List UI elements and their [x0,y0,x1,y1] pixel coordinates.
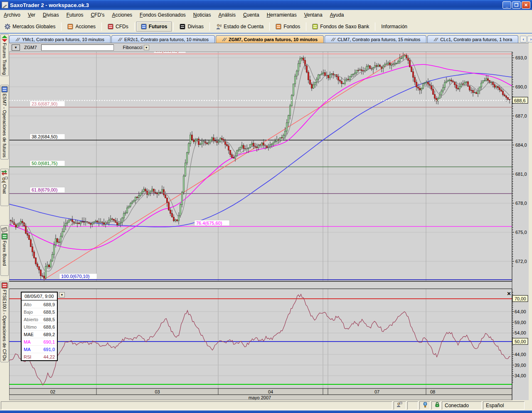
svg-text:34,00: 34,00 [515,373,526,378]
menu-ventana[interactable]: Ventana [300,11,326,19]
menu-fondos-gestionados[interactable]: Fondos Gestionados [136,11,190,19]
window-controls: _❐✕ [502,1,532,9]
toolbar-cfds[interactable]: CFDs [103,22,133,32]
info-label: RSI [24,354,31,359]
svg-text:07: 07 [374,389,379,394]
status-connection: Conectado [442,401,482,410]
window-frame-bottom [0,411,532,413]
svg-text:690,0: 690,0 [515,84,527,89]
status-main-cell [1,401,392,410]
info-row-alto: Alto688,9 [22,300,57,308]
menu-archivo[interactable]: Archivo [0,11,24,19]
toolbar-informaci-n[interactable]: Información [377,22,411,32]
sidebar-item-chat[interactable]: Chat [0,169,9,206]
toolbar-label: Futuros [149,24,167,30]
svg-text:100.0(670,10): 100.0(670,10) [61,274,90,279]
status-chat-cell[interactable] [394,401,406,410]
tab-ymc1[interactable]: YMc1, Contrato para futuros, 10 minutos [9,35,111,43]
toolbar-separator [209,22,210,31]
sidebar-item-forex-board[interactable]: Forex Board [0,225,9,276]
sidebar-label: Forex Board [2,241,7,266]
toolbar-futuros[interactable]: Futuros [136,22,172,32]
gear-icon [5,24,10,30]
toolbar-label: Mercados Globales [12,24,55,30]
tab-clm7[interactable]: CLM7, Contrato para futuros, 15 minutos [325,35,426,43]
svg-text:54,00: 54,00 [515,330,526,335]
sidebar-item-futures-trading[interactable]: Futures Trading [0,34,9,76]
up-down-arrows-icon [1,35,8,42]
tab-scroll-left-button[interactable]: ‹ [520,36,527,42]
drawing-tool-dropdown-button[interactable]: ▼ [144,45,149,50]
forex-board-icon [1,233,8,240]
info-row-abierto: Abierto688,5 [22,315,57,323]
minimize-button[interactable]: _ [502,1,511,9]
info-value: 688,5 [43,317,55,322]
svg-text:70,00: 70,00 [515,296,526,301]
status-network-cell[interactable] [419,401,430,410]
restore-button[interactable]: ❐ [512,1,521,9]
sidebar-label: Chat [2,184,7,194]
menu-ayuda[interactable]: Ayuda [326,11,348,19]
svg-text:688,6: 688,6 [514,98,526,103]
info-panel-dropdown-button[interactable]: ▼ [59,292,65,297]
info-row-ultimo: Ultimo688,6 [22,323,57,330]
info-label: Abierto [24,317,38,322]
card-icon [1,226,8,233]
symbol-dropdown-button[interactable]: ▼ [12,44,20,51]
chart-pen-icon [222,37,227,42]
title-bar[interactable]: SaxoTrader 2 - workspace.ok.3 _❐✕ [0,0,532,10]
toolbar-acciones[interactable]: Acciones [63,22,100,32]
document-tabstrip: YMc1, Contrato para futuros, 10 minutosE… [9,35,532,43]
status-network-icon [422,402,428,409]
tab-scroll-right-button[interactable]: › [527,36,532,42]
toolbar-fondos-de-saxo-bank[interactable]: Fondos de Saxo Bank [308,22,373,32]
menu-ver[interactable]: Ver [24,11,39,19]
tab-label: ER2c1, Contrato para futuros, 10 minutos [124,37,209,42]
menu-herramientas[interactable]: Herramientas [263,11,300,19]
tab-zgm7[interactable]: ZGM7, Contrato para futuros, 10 minutos [216,35,324,43]
menu-cfd-s[interactable]: CFD's [87,11,108,19]
toolbar-fondos[interactable]: Fondos [271,22,304,32]
ohlc-info-panel: 08/05/07, 9:00 Alto688,9Bajo688,5Abierto… [21,292,58,361]
info-value: 688,6 [43,324,55,329]
svg-text:38.2(684,50): 38.2(684,50) [32,134,57,139]
sidebar-label: FTSE100.I - Operaciones de CFDs [2,290,7,361]
info-row-ma: MA690,1 [22,338,57,345]
info-label: MA [24,347,31,352]
menu-acciones[interactable]: Acciones [108,11,136,19]
menu-divisas[interactable]: Divisas [39,11,63,19]
tab-label: CLM7, Contrato para futuros, 15 minutos [337,37,420,42]
menu-an-lisis[interactable]: Análisis [215,11,239,19]
info-value: 688,5 [43,310,55,315]
menu-bar: ArchivoVerDivisasFuturosCFD'sAccionesFon… [0,10,532,20]
tab-er2c1[interactable]: ER2c1, Contrato para futuros, 10 minutos [111,35,215,43]
rsi-pane-close-icon[interactable]: ✕ [506,291,512,297]
toolbar-estado-de-cuenta[interactable]: @Estado de Cuenta [212,22,268,32]
tab-clc1[interactable]: CLc1, Contrato para futuros, 1 hora [427,35,518,43]
swap-arrows-icon [1,170,8,177]
svg-text:39,00: 39,00 [515,363,526,368]
window-title: SaxoTrader 2 - workspace.ok.3 [10,2,89,8]
toolbar-mercados-globales[interactable]: Mercados Globales [0,22,59,32]
sidebar-item-ftse100-i-operaciones-de[interactable]: FTSE100.I - Operaciones de CFDs [0,281,9,362]
status-lock-cell[interactable] [431,401,441,410]
menu-futuros[interactable]: Futuros [63,11,87,19]
sidebar-item-esm7-operaciones-de-futu[interactable]: ESM7 - Operaciones de futuros [0,85,9,160]
toolbar-divisas[interactable]: Divisas [175,22,208,32]
toolbar-label: Acciones [75,24,96,30]
chart-pen-icon [118,37,123,42]
svg-text:@: @ [219,24,222,27]
info-label: Ultimo [24,324,37,329]
toolbar-separator [173,22,174,31]
menu-noticias[interactable]: Noticias [190,11,215,19]
price-chart[interactable]: 0.0(693,40)23.6(687,90)38.2(684,50)50.0(… [9,52,529,400]
info-row-rsi: RSI44,22 [22,353,57,360]
symbol-search-input[interactable] [41,44,114,51]
close-button[interactable]: ✕ [522,1,530,9]
toolbar-label: CFDs [116,24,128,30]
sidebar-label: Futures Trading [2,43,7,75]
menu-cuenta[interactable]: Cuenta [239,11,263,19]
info-value: 690,1 [43,339,55,344]
svg-text:687,0: 687,0 [515,113,527,118]
saxotrader-window: SaxoTrader 2 - workspace.ok.3 _❐✕ Archiv… [0,0,532,413]
